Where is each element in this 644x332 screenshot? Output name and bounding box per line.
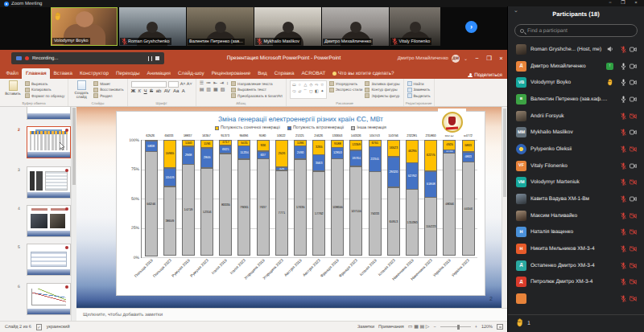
ppt-minimize-button[interactable]: − bbox=[471, 50, 483, 68]
language-indicator[interactable]: украинский bbox=[47, 325, 70, 330]
fit-slide-button[interactable] bbox=[497, 324, 503, 330]
font-style-button[interactable]: ab bbox=[156, 89, 162, 94]
participant-row[interactable]: VMVolodymyr Marteniuk bbox=[508, 174, 644, 191]
next-videos-button[interactable]: › bbox=[465, 21, 477, 33]
slide-scrollbar[interactable] bbox=[502, 107, 507, 308]
participant-search[interactable] bbox=[514, 24, 638, 37]
ribbon-small-button[interactable]: Выделить bbox=[407, 93, 431, 98]
view-buttons[interactable]: ▭ ▦ ▤ ▷ bbox=[408, 324, 430, 330]
ribbon-small-button[interactable]: Макет bbox=[93, 81, 123, 86]
ribbon-tab-рецензирование[interactable]: Рецензирование bbox=[208, 68, 254, 79]
pause-recording-button[interactable] bbox=[148, 56, 152, 61]
ribbon-tab-слайд-шоу[interactable]: Слайд-шоу bbox=[175, 68, 208, 79]
account-name[interactable]: Дмитро Михайличенко bbox=[398, 56, 448, 61]
ribbon-tab-конструктор[interactable]: Конструктор bbox=[76, 68, 113, 79]
search-input[interactable] bbox=[527, 28, 632, 34]
participant-row[interactable]: ННаталія Іващенко bbox=[508, 224, 644, 241]
participant-row[interactable]: ДДмитро Михайличенко↑ bbox=[508, 58, 644, 75]
font-style-button[interactable]: AV bbox=[164, 89, 171, 94]
ribbon-small-button[interactable]: Эффекты фигур bbox=[365, 93, 399, 98]
participant-avatar bbox=[516, 111, 526, 121]
participant-row[interactable]: Pylypenko Oleksii bbox=[508, 141, 644, 158]
ribbon-small-button[interactable]: Раздел bbox=[93, 93, 123, 98]
share-button[interactable]: Поделиться bbox=[468, 72, 502, 78]
ribbon-tab-file[interactable]: Файл bbox=[2, 68, 22, 79]
grow-shrink-font-icons[interactable]: A˄ A˅ bbox=[180, 82, 192, 87]
ribbon-tab-анимация[interactable]: Анимация bbox=[143, 68, 175, 79]
notes-toggle-button[interactable]: Заметки bbox=[357, 325, 374, 330]
font-size-box[interactable] bbox=[168, 81, 179, 88]
video-tile[interactable]: Mykhailo Maslikov bbox=[254, 7, 321, 46]
participant-row[interactable]: MMMykhailo Maslikov bbox=[508, 124, 644, 141]
participant-row[interactable]: ННикита Мельников ХМ-3-4 bbox=[508, 240, 644, 257]
participant-row[interactable] bbox=[508, 290, 644, 307]
ribbon-tab-вид[interactable]: Вид bbox=[254, 68, 270, 79]
comments-toggle-button[interactable]: Примечания bbox=[378, 325, 404, 330]
collapse-chevron-icon[interactable]: ⌄ bbox=[514, 7, 518, 14]
zoom-out-button[interactable]: − bbox=[433, 325, 436, 330]
font-style-button[interactable]: Aa bbox=[173, 89, 179, 94]
zoom-level[interactable]: 120% bbox=[481, 325, 493, 330]
font-style-button[interactable]: Ж bbox=[131, 89, 135, 94]
participant-row[interactable]: Максим Наливайко bbox=[508, 207, 644, 224]
stop-recording-button[interactable] bbox=[155, 56, 160, 61]
video-tile[interactable]: Vitaly Filonenko bbox=[390, 7, 440, 46]
zoom-slider[interactable] bbox=[440, 326, 471, 328]
participant-row[interactable]: Andrii Forsyuk bbox=[508, 108, 644, 125]
shapes-gallery[interactable]: ▭○△◇⇨☆⬭▱⌒◻◧✦ bbox=[290, 80, 327, 99]
font-style-button[interactable]: S bbox=[150, 89, 153, 94]
bar-total-label: 110756 bbox=[384, 133, 402, 137]
slide-thumbnail-3[interactable]: 3 bbox=[27, 166, 71, 199]
video-tile[interactable]: Volodymyr Boyko bbox=[51, 7, 118, 46]
slide-thumbnail-5[interactable]: 5 bbox=[27, 244, 71, 276]
ribbon-small-button[interactable]: Формат по образцу bbox=[25, 93, 64, 98]
ribbon-small-button[interactable]: Заливка фигуры bbox=[365, 81, 399, 86]
video-tile[interactable]: Валентин Петренко (зав... bbox=[187, 7, 254, 46]
ribbon-small-button[interactable]: Контур фигуры bbox=[365, 88, 399, 92]
ribbon-small-button[interactable]: Экспресс-стили bbox=[329, 88, 363, 92]
ribbon-small-button[interactable]: Направление текста bbox=[231, 81, 283, 86]
video-tile[interactable]: Roman Gryshchenko bbox=[119, 7, 186, 46]
ribbon-small-button[interactable]: Преобразовать в SmartArt bbox=[231, 93, 283, 98]
spellcheck-icon[interactable]: ✓ bbox=[36, 324, 42, 330]
account-avatar[interactable]: ДМ bbox=[452, 55, 460, 63]
font-name-box[interactable] bbox=[131, 81, 167, 88]
video-tile[interactable]: Дмитро Михайличенко bbox=[322, 7, 389, 46]
font-style-button[interactable]: К bbox=[138, 89, 142, 94]
ribbon-small-button[interactable]: Копировать bbox=[25, 88, 64, 92]
ribbon-tab-acrobat[interactable]: ACROBAT bbox=[298, 68, 329, 79]
participant-row[interactable]: Кавита Вадува ХМ-1-Вм bbox=[508, 191, 644, 207]
participant-row[interactable]: ДОстапенко Дмитро ХМ-3-4 bbox=[508, 257, 644, 274]
participant-row[interactable]: VBVolodymyr Boyko bbox=[508, 74, 644, 91]
font-style-button[interactable]: Ч bbox=[144, 89, 147, 94]
ribbon-big-button[interactable]: Создать слайд bbox=[72, 80, 91, 99]
bar-total-label: 232281 bbox=[402, 133, 421, 137]
participant-row[interactable]: ДПетролюк Дмитро ХМ-3-4 bbox=[508, 274, 644, 291]
font-style-button[interactable]: А bbox=[182, 89, 185, 94]
ribbon-small-button[interactable]: Найти bbox=[407, 81, 431, 86]
participant-row[interactable]: VFVitaly Filonenko bbox=[508, 158, 644, 174]
slide-thumbnail-6[interactable]: 6 bbox=[27, 283, 71, 315]
ribbon-small-button[interactable]: Упорядочить bbox=[329, 81, 363, 86]
ribbon-small-button[interactable]: Заменить bbox=[407, 88, 431, 92]
zoom-in-button[interactable]: + bbox=[475, 325, 477, 330]
ribbon-tab-вставка[interactable]: Вставка bbox=[50, 68, 76, 79]
ribbon-small-button[interactable]: Восстановить bbox=[93, 88, 123, 92]
participant-row[interactable]: Roman Gryshche... (Host, me) bbox=[508, 41, 644, 58]
notes-pane[interactable]: Щелкните, чтобы добавить заметки bbox=[76, 308, 507, 321]
thumbnail-scrollbar[interactable] bbox=[71, 107, 76, 321]
ribbon-tab-переходы[interactable]: Переходы bbox=[112, 68, 143, 79]
slide-thumbnail-4[interactable]: 4 bbox=[27, 205, 71, 237]
tell-me-assistant[interactable]: Что вы хотите сделать? bbox=[332, 68, 394, 79]
ppt-restore-button[interactable]: ❐ bbox=[483, 50, 495, 68]
ribbon-display-options-icon[interactable]: ⌄ bbox=[464, 56, 468, 62]
ppt-close-button[interactable]: × bbox=[495, 50, 507, 68]
ribbon-small-button[interactable]: Вырезать bbox=[25, 81, 64, 86]
ribbon-tab-главная[interactable]: Главная bbox=[22, 68, 50, 79]
bar-total-label: 91373 bbox=[216, 133, 234, 137]
ribbon-tab-справка[interactable]: Справка bbox=[270, 68, 298, 79]
ribbon-small-button[interactable]: Выровнять текст bbox=[231, 88, 283, 92]
ribbon-big-button[interactable]: Вставить bbox=[3, 80, 23, 99]
participant-row[interactable]: вВалентин Петренко (зав.каф.ТЕХ... bbox=[508, 91, 644, 108]
slide-thumbnail[interactable] bbox=[27, 107, 71, 120]
